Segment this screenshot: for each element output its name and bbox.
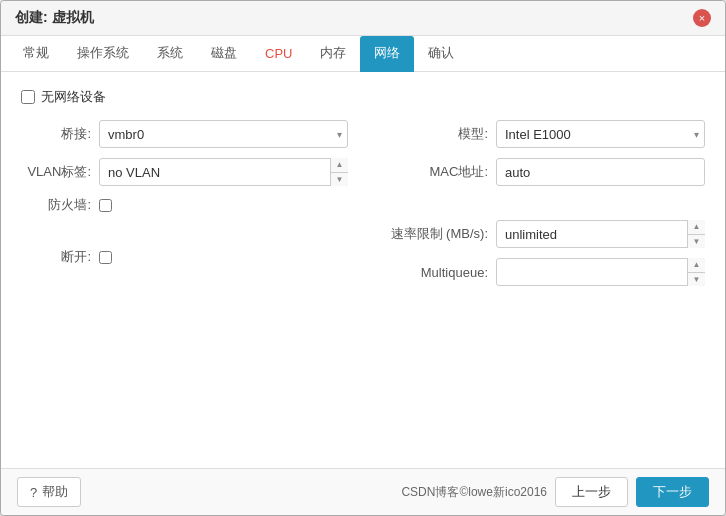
- model-control: Intel E1000VirtIO (paravirtualized)E1000…: [496, 120, 705, 148]
- dialog-header: 创建: 虚拟机 ×: [1, 1, 725, 36]
- multiqueue-control: ▲ ▼: [496, 258, 705, 286]
- mac-label: MAC地址:: [378, 163, 488, 181]
- tab-disk[interactable]: 磁盘: [197, 36, 251, 72]
- tab-cpu[interactable]: CPU: [251, 38, 306, 71]
- multiqueue-row: Multiqueue: ▲ ▼: [378, 258, 705, 286]
- model-row: 模型: Intel E1000VirtIO (paravirtualized)E…: [378, 120, 705, 148]
- bridge-select[interactable]: vmbr0: [99, 120, 348, 148]
- rate-input[interactable]: [496, 220, 705, 248]
- mac-control: [496, 158, 705, 186]
- disconnect-checkbox[interactable]: [99, 251, 112, 264]
- disconnect-row: 断开:: [21, 248, 348, 266]
- no-network-label: 无网络设备: [41, 88, 106, 106]
- multiqueue-input[interactable]: [496, 258, 705, 286]
- model-label: 模型:: [378, 125, 488, 143]
- no-network-checkbox[interactable]: [21, 90, 35, 104]
- bridge-label: 桥接:: [21, 125, 91, 143]
- vlan-control: ▲ ▼: [99, 158, 348, 186]
- firewall-row: 防火墙:: [21, 196, 348, 214]
- multiqueue-spinner-btns: ▲ ▼: [687, 258, 705, 286]
- spacer-row: [21, 224, 348, 238]
- dialog-footer: ? 帮助 CSDN博客©lowe新ico2016 上一步 下一步: [1, 468, 725, 515]
- watermark-text: CSDN博客©lowe新ico2016: [401, 484, 547, 501]
- multiqueue-label: Multiqueue:: [378, 265, 488, 280]
- rate-spinner-btns: ▲ ▼: [687, 220, 705, 248]
- tab-confirm[interactable]: 确认: [414, 36, 468, 72]
- vlan-label: VLAN标签:: [21, 163, 91, 181]
- multiqueue-spinner-up[interactable]: ▲: [688, 258, 705, 273]
- vlan-spinner-up[interactable]: ▲: [331, 158, 348, 173]
- mac-input[interactable]: [496, 158, 705, 186]
- no-network-row: 无网络设备: [21, 88, 705, 106]
- help-button[interactable]: ? 帮助: [17, 477, 81, 507]
- rate-label: 速率限制 (MB/s):: [378, 225, 488, 243]
- rate-spinner-down[interactable]: ▼: [688, 235, 705, 249]
- tab-memory[interactable]: 内存: [306, 36, 360, 72]
- rate-spinner-up[interactable]: ▲: [688, 220, 705, 235]
- no-network-checkbox-label[interactable]: 无网络设备: [21, 88, 106, 106]
- disconnect-label: 断开:: [21, 248, 91, 266]
- rate-control: ▲ ▼: [496, 220, 705, 248]
- footer-right: CSDN博客©lowe新ico2016 上一步 下一步: [401, 477, 709, 507]
- vlan-spinner-down[interactable]: ▼: [331, 173, 348, 187]
- vlan-row: VLAN标签: ▲ ▼: [21, 158, 348, 186]
- tab-network[interactable]: 网络: [360, 36, 414, 72]
- multiqueue-spinner-down[interactable]: ▼: [688, 273, 705, 287]
- mac-row: MAC地址:: [378, 158, 705, 186]
- create-vm-dialog: 创建: 虚拟机 × 常规 操作系统 系统 磁盘 CPU 内存 网络 确认 无网络…: [0, 0, 726, 516]
- bridge-control: vmbr0 ▾: [99, 120, 348, 148]
- next-button[interactable]: 下一步: [636, 477, 709, 507]
- close-button[interactable]: ×: [693, 9, 711, 27]
- form-grid: 桥接: vmbr0 ▾ VLAN标签: ▲ ▼: [21, 120, 705, 286]
- tab-general[interactable]: 常规: [9, 36, 63, 72]
- dialog-body: 无网络设备 桥接: vmbr0 ▾ VLAN标签:: [1, 72, 725, 468]
- tab-bar: 常规 操作系统 系统 磁盘 CPU 内存 网络 确认: [1, 36, 725, 72]
- prev-button[interactable]: 上一步: [555, 477, 628, 507]
- bridge-row: 桥接: vmbr0 ▾: [21, 120, 348, 148]
- vlan-input[interactable]: [99, 158, 348, 186]
- form-left-col: 桥接: vmbr0 ▾ VLAN标签: ▲ ▼: [21, 120, 348, 286]
- tab-os[interactable]: 操作系统: [63, 36, 143, 72]
- help-label: 帮助: [42, 483, 68, 501]
- form-right-col: 模型: Intel E1000VirtIO (paravirtualized)E…: [378, 120, 705, 286]
- tab-system[interactable]: 系统: [143, 36, 197, 72]
- vlan-spinner-btns: ▲ ▼: [330, 158, 348, 186]
- spacer-row2: [378, 196, 705, 210]
- rate-row: 速率限制 (MB/s): ▲ ▼: [378, 220, 705, 248]
- firewall-checkbox[interactable]: [99, 199, 112, 212]
- dialog-title: 创建: 虚拟机: [15, 9, 94, 27]
- model-select[interactable]: Intel E1000VirtIO (paravirtualized)E1000…: [496, 120, 705, 148]
- help-icon: ?: [30, 485, 37, 500]
- firewall-label: 防火墙:: [21, 196, 91, 214]
